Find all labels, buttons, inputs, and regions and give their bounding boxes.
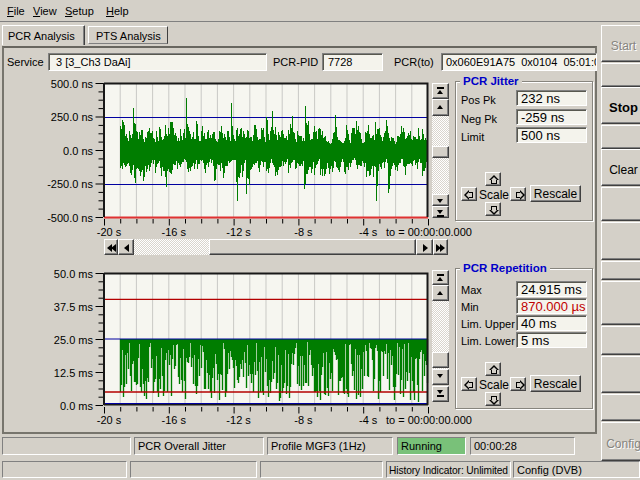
svg-text:0.0 ns: 0.0 ns [63,145,93,157]
svg-text:0.0 ms: 0.0 ms [60,400,94,412]
svg-text:50.0 ms: 50.0 ms [54,268,94,280]
svg-text:to = 00:00:00.000: to = 00:00:00.000 [386,226,472,238]
svg-text:500.0 ns: 500.0 ns [51,80,94,90]
svg-text:-16 s: -16 s [162,226,187,238]
svg-text:-8 s: -8 s [294,414,313,426]
svg-text:-20 s: -20 s [97,414,122,426]
svg-text:12.5 ms: 12.5 ms [54,367,94,379]
svg-text:-12 s: -12 s [226,414,251,426]
svg-text:37.5 ms: 37.5 ms [54,301,94,313]
svg-text:-4 s: -4 s [359,226,378,238]
svg-text:25.0 ms: 25.0 ms [54,334,94,346]
svg-text:250.0 ns: 250.0 ns [51,111,94,123]
svg-text:-4 s: -4 s [359,414,378,426]
svg-text:-500.0 ns: -500.0 ns [47,212,93,224]
svg-text:-8 s: -8 s [294,226,313,238]
svg-text:-16 s: -16 s [162,414,187,426]
svg-text:-12 s: -12 s [226,226,251,238]
svg-text:-20 s: -20 s [97,226,122,238]
svg-text:-250.0 ns: -250.0 ns [47,178,93,190]
svg-text:to = 00:00:00.000: to = 00:00:00.000 [386,414,472,426]
